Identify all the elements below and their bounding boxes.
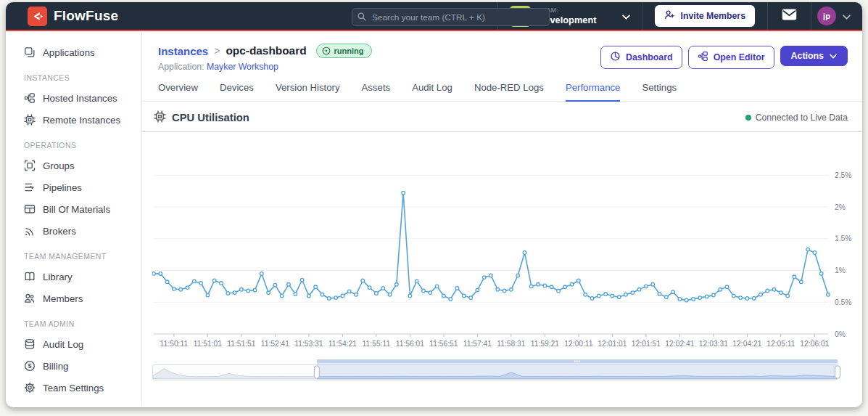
editor-nodes-icon bbox=[698, 51, 708, 64]
brand[interactable]: FlowFuse bbox=[28, 7, 118, 26]
chevron-down-icon bbox=[830, 51, 837, 61]
live-status: Connected to Live Data bbox=[745, 113, 848, 123]
sidebar-item-hosted-instances[interactable]: Hosted Instances bbox=[6, 87, 141, 109]
tab-settings[interactable]: Settings bbox=[642, 82, 677, 101]
brokers-icon bbox=[24, 225, 36, 237]
chevron-down-icon bbox=[843, 9, 851, 23]
notifications-button[interactable] bbox=[768, 2, 811, 30]
svg-text:11:51:51: 11:51:51 bbox=[227, 340, 256, 348]
svg-text:2%: 2% bbox=[835, 203, 846, 211]
svg-text:0.5%: 0.5% bbox=[835, 298, 851, 306]
svg-text:1%: 1% bbox=[835, 266, 846, 274]
svg-text:12:03:31: 12:03:31 bbox=[699, 340, 728, 348]
invite-members-label: Invite Members bbox=[680, 11, 745, 21]
applications-icon bbox=[24, 46, 36, 58]
sidebar-item-label: Audit Log bbox=[43, 339, 83, 350]
breadcrumb: Instances > opc-dashboard running bbox=[158, 44, 372, 58]
dashboard-button[interactable]: Dashboard bbox=[600, 46, 682, 69]
status-badge-label: running bbox=[334, 46, 364, 55]
svg-text:11:59:21: 11:59:21 bbox=[531, 340, 560, 348]
user-avatar: jp bbox=[817, 7, 836, 25]
application-link[interactable]: Mayker Workshop bbox=[207, 62, 278, 72]
search-input[interactable] bbox=[352, 8, 550, 26]
sidebar-item-label: Pipelines bbox=[43, 182, 82, 193]
svg-text:11:52:41: 11:52:41 bbox=[261, 340, 290, 348]
flowfuse-logo-icon bbox=[28, 7, 47, 26]
search-icon bbox=[357, 12, 367, 25]
brand-name: FlowFuse bbox=[54, 8, 118, 24]
user-menu[interactable]: jp bbox=[811, 2, 862, 30]
mail-icon bbox=[782, 9, 797, 23]
page-title: opc-dashboard bbox=[226, 44, 306, 57]
tab-node-red-logs[interactable]: Node-RED Logs bbox=[474, 82, 544, 101]
sidebar-item-groups[interactable]: Groups bbox=[6, 155, 141, 176]
sidebar-nav: ApplicationsINSTANCESHosted InstancesRem… bbox=[6, 41, 141, 399]
minimap[interactable] bbox=[152, 357, 852, 382]
sidebar-item-applications[interactable]: Applications bbox=[6, 41, 141, 63]
hosted-instances-icon bbox=[24, 92, 36, 104]
svg-text:12:01:01: 12:01:01 bbox=[598, 340, 627, 348]
chart-title: CPU Utilisation bbox=[172, 112, 249, 123]
tab-performance[interactable]: Performance bbox=[566, 82, 621, 102]
sidebar-item-label: Groups bbox=[43, 160, 75, 171]
live-dot-icon bbox=[745, 115, 751, 121]
sidebar-item-members[interactable]: Members bbox=[6, 287, 141, 309]
sidebar-item-label: Billing bbox=[43, 361, 68, 372]
tab-devices[interactable]: Devices bbox=[220, 82, 254, 101]
groups-icon bbox=[24, 160, 36, 171]
sidebar-item-label: Applications bbox=[43, 47, 95, 58]
svg-text:11:56:51: 11:56:51 bbox=[429, 340, 458, 348]
open-editor-button[interactable]: Open Editor bbox=[688, 46, 774, 69]
breadcrumb-link-instances[interactable]: Instances bbox=[158, 45, 208, 57]
invite-members-button[interactable]: Invite Members bbox=[655, 5, 755, 27]
cpu-chart: 0%0.5%1%1.5%2%2.5%11:50:1111:51:0111:51:… bbox=[152, 136, 852, 354]
svg-text:0%: 0% bbox=[835, 330, 846, 338]
sidebar-item-billing[interactable]: $Billing bbox=[6, 355, 141, 377]
bill-of-materials-icon bbox=[24, 203, 36, 215]
actions-button[interactable]: Actions bbox=[780, 46, 848, 66]
minimap-handle-left[interactable] bbox=[314, 366, 319, 378]
svg-text:12:06:01: 12:06:01 bbox=[800, 340, 829, 348]
svg-text:$: $ bbox=[28, 362, 31, 370]
sidebar-item-audit-log[interactable]: Audit Log bbox=[6, 333, 141, 355]
sidebar-item-brokers[interactable]: Brokers bbox=[6, 220, 141, 242]
sidebar-item-bill-of-materials[interactable]: Bill Of Materials bbox=[6, 198, 141, 220]
tab-overview[interactable]: Overview bbox=[158, 82, 198, 101]
sidebar-item-label: Remote Instances bbox=[43, 115, 120, 126]
svg-text:11:57:41: 11:57:41 bbox=[463, 340, 492, 348]
audit-log-icon bbox=[24, 338, 36, 350]
main-content: Instances > opc-dashboard running Appl bbox=[142, 31, 862, 406]
svg-text:12:02:41: 12:02:41 bbox=[665, 340, 694, 348]
dashboard-button-label: Dashboard bbox=[626, 52, 673, 62]
sidebar-item-remote-instances[interactable]: Remote Instances bbox=[6, 109, 141, 131]
svg-text:11:53:31: 11:53:31 bbox=[294, 340, 323, 348]
app-window: FlowFuse bbox=[6, 2, 862, 407]
sidebar-item-label: Bill Of Materials bbox=[43, 204, 110, 215]
sidebar-item-label: Library bbox=[43, 272, 73, 282]
play-circle-icon bbox=[322, 46, 331, 55]
members-icon bbox=[24, 293, 36, 304]
sidebar-section-header-team-admin: TEAM ADMIN bbox=[6, 309, 141, 333]
sidebar-section-header-instances: INSTANCES bbox=[6, 63, 141, 87]
svg-text:1.5%: 1.5% bbox=[835, 234, 851, 242]
tab-assets[interactable]: Assets bbox=[362, 82, 391, 101]
sidebar-item-library[interactable]: Library bbox=[6, 266, 141, 287]
sidebar-item-pipelines[interactable]: Pipelines bbox=[6, 176, 141, 198]
cpu-chip-icon bbox=[154, 110, 166, 125]
tab-audit-log[interactable]: Audit Log bbox=[412, 82, 452, 101]
live-status-label: Connected to Live Data bbox=[756, 113, 848, 123]
library-icon bbox=[24, 271, 36, 282]
sidebar-item-label: Hosted Instances bbox=[43, 93, 117, 104]
user-plus-icon bbox=[664, 9, 675, 23]
minimap-handle-right[interactable] bbox=[835, 366, 840, 378]
sidebar-item-label: Members bbox=[43, 293, 83, 304]
team-settings-icon bbox=[24, 382, 36, 393]
svg-text:11:56:01: 11:56:01 bbox=[396, 340, 425, 348]
svg-text:12:00:11: 12:00:11 bbox=[564, 340, 593, 348]
breadcrumb-separator: > bbox=[214, 45, 220, 57]
tab-version-history[interactable]: Version History bbox=[276, 82, 340, 101]
minimap-grip-icon[interactable] bbox=[574, 360, 579, 362]
sidebar-item-team-settings[interactable]: Team Settings bbox=[6, 377, 141, 399]
svg-text:12:05:11: 12:05:11 bbox=[766, 340, 795, 348]
svg-text:11:51:01: 11:51:01 bbox=[194, 340, 223, 348]
